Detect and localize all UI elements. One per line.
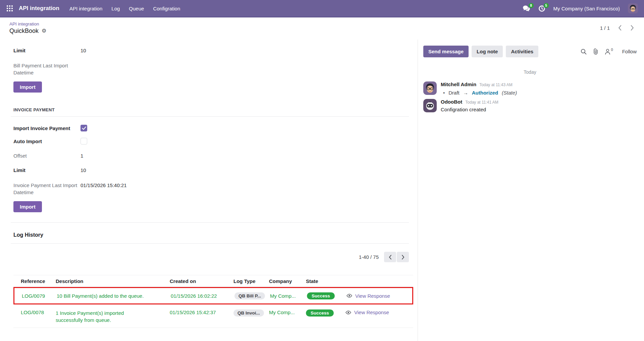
tracking-new-value[interactable]: Authorized — [472, 90, 498, 96]
message-author[interactable]: OdooBot — [441, 99, 462, 105]
message-content: OdooBot Today at 11:41 AM Configration c… — [441, 99, 498, 112]
activities-button[interactable]: Activities — [506, 46, 538, 57]
menu-api-integration[interactable]: API integration — [69, 6, 102, 11]
header-company[interactable]: Company — [269, 278, 306, 284]
header-state[interactable]: State — [306, 278, 345, 284]
state-badge: Success — [307, 292, 335, 299]
offset-value[interactable]: 1 — [80, 152, 83, 159]
tracking-field-name: (State) — [502, 90, 517, 96]
cell-company: My Comp... — [270, 293, 307, 299]
log-history-table: Reference Description Created on Log Typ… — [13, 275, 413, 328]
company-switcher[interactable]: My Company (San Francisco) — [553, 6, 620, 11]
import-invoice-payment-label: Import Invoice Payment — [13, 125, 80, 132]
menu-log[interactable]: Log — [111, 6, 120, 11]
app-name[interactable]: API integration — [19, 5, 59, 12]
field-auto-import: Auto Import — [13, 138, 418, 145]
divider — [11, 222, 409, 223]
cell-reference: LOG/0079 — [22, 293, 57, 299]
log-pager-previous-button[interactable] — [384, 252, 396, 262]
log-pager-next-button[interactable] — [397, 252, 409, 262]
user-avatar[interactable] — [628, 3, 638, 13]
invoice-limit-label: Limit — [13, 167, 80, 174]
view-response-link[interactable]: View Response — [345, 309, 413, 315]
import-invoice-payment-checkbox[interactable] — [80, 125, 87, 131]
avatar[interactable] — [423, 81, 437, 95]
view-response-label: View Response — [355, 293, 390, 299]
field-bill-last-import: Bill Payment Last Import Datetime — [13, 62, 418, 76]
message-body: Configration created — [441, 107, 498, 112]
followers-button[interactable]: 0 — [605, 49, 613, 55]
chevron-right-icon — [630, 25, 634, 31]
menu-queue[interactable]: Queue — [129, 6, 144, 11]
form-sheet: Limit 10 Bill Payment Last Import Dateti… — [0, 40, 418, 341]
odoo-window: API integration API integration Log Queu… — [0, 0, 644, 341]
eye-icon — [345, 310, 351, 315]
log-type-badge: QB Invoi... — [233, 309, 264, 317]
field-invoice-limit: Limit 10 — [13, 167, 418, 174]
bullet: • — [443, 90, 445, 96]
pager-next-button[interactable] — [627, 22, 637, 33]
invoice-last-import-value[interactable]: 01/15/2026 15:40:21 — [80, 182, 127, 189]
tracking-old-value: Draft — [448, 90, 460, 96]
state-badge: Success — [306, 309, 334, 317]
bill-limit-value[interactable]: 10 — [80, 47, 86, 54]
invoice-payment-section-title: INVOICE PAYMENT — [11, 107, 409, 117]
bill-import-button[interactable]: Import — [13, 81, 42, 93]
chevron-left-icon — [388, 254, 392, 260]
search-messages-button[interactable] — [581, 49, 587, 55]
top-navbar: API integration API integration Log Queu… — [0, 0, 644, 17]
chatter-message: OdooBot Today at 11:41 AM Configration c… — [423, 99, 637, 112]
cell-created-on: 01/15/2026 15:42:37 — [170, 309, 233, 315]
view-response-label: View Response — [354, 309, 389, 315]
attachments-button[interactable] — [593, 48, 598, 55]
auto-import-label: Auto Import — [13, 138, 80, 145]
action-gear-icon[interactable]: ⚙ — [42, 28, 46, 34]
page-title: QuickBook — [9, 27, 39, 35]
cell-reference: LOG/0078 — [21, 309, 56, 315]
chatter-message: Mitchell Admin Today at 11:43 AM • Draft… — [423, 81, 637, 96]
header-created-on[interactable]: Created on — [170, 278, 233, 284]
activities-badge: 5 — [543, 3, 549, 8]
cell-created-on: 01/15/2026 16:02:22 — [171, 293, 234, 299]
field-invoice-last-import: Invoice Payment Last Import Datetime 01/… — [13, 182, 418, 196]
chevron-right-icon — [401, 254, 405, 260]
chatter-toolbar-icons: 0 Follow — [581, 48, 637, 55]
field-bill-limit: Limit 10 — [13, 47, 418, 54]
navbar-right: 8 5 My Company (San Francisco) — [523, 3, 638, 13]
tracking-value: • Draft → Authorized (State) — [441, 90, 517, 96]
header-description[interactable]: Description — [56, 278, 170, 284]
bill-last-import-label: Bill Payment Last Import Datetime — [13, 62, 80, 76]
content-area: Limit 10 Bill Payment Last Import Dateti… — [0, 40, 644, 341]
invoice-limit-value[interactable]: 10 — [80, 167, 86, 174]
odoobot-avatar-icon — [423, 99, 437, 112]
messages-menu-button[interactable]: 8 — [523, 5, 530, 12]
log-note-button[interactable]: Log note — [472, 46, 503, 57]
table-row[interactable]: LOG/0079 10 Bill Payment(s) added to the… — [13, 287, 413, 304]
bill-import-row: Import — [13, 81, 418, 93]
auto-import-checkbox[interactable] — [80, 138, 87, 145]
messages-badge: 8 — [528, 3, 534, 8]
apps-grid-icon — [7, 5, 13, 12]
paperclip-icon — [593, 48, 598, 55]
log-history-pager: 1-40 / 75 — [13, 252, 409, 262]
message-author[interactable]: Mitchell Admin — [441, 81, 476, 87]
header-reference[interactable]: Reference — [21, 278, 56, 284]
header-log-type[interactable]: Log Type — [233, 278, 269, 284]
breadcrumb-parent-link[interactable]: API integration — [9, 21, 46, 26]
view-response-link[interactable]: View Response — [346, 293, 412, 299]
eye-icon — [346, 294, 352, 298]
breadcrumb: API integration QuickBook ⚙ — [9, 21, 46, 35]
invoice-import-row: Import — [13, 201, 418, 212]
log-type-badge: QB Bill P... — [234, 292, 265, 299]
apps-menu-button[interactable] — [5, 4, 14, 13]
pager-count: 1 / 1 — [600, 25, 610, 31]
follow-button[interactable]: Follow — [622, 49, 637, 54]
menu-configration[interactable]: Configration — [153, 6, 180, 11]
activities-menu-button[interactable]: 5 — [538, 5, 545, 12]
pager-previous-button[interactable] — [614, 22, 625, 33]
invoice-import-button[interactable]: Import — [13, 201, 42, 212]
table-header-row: Reference Description Created on Log Typ… — [13, 275, 413, 287]
send-message-button[interactable]: Send message — [423, 46, 469, 57]
avatar[interactable] — [423, 99, 437, 112]
table-row[interactable]: LOG/0078 1 Invoice Payment(s) imported s… — [13, 306, 413, 328]
